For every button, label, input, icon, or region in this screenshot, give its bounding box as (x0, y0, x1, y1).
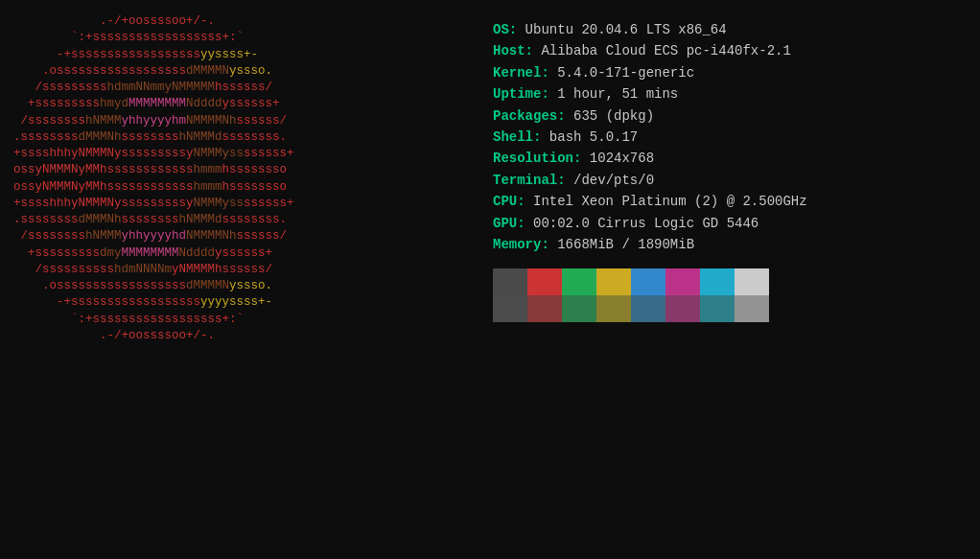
info-key: Uptime: (493, 86, 549, 102)
info-line: Terminal: /dev/pts/0 (493, 170, 967, 191)
color-block-bottom (596, 295, 631, 322)
info-line: Uptime: 1 hour, 51 mins (493, 83, 967, 105)
info-key: Host: (493, 43, 533, 58)
color-swatches (493, 268, 967, 322)
ascii-art-panel: .-/+oossssoo+/-. `:+ssssssssssssssssss+:… (13, 13, 483, 549)
color-block-top (631, 268, 665, 295)
info-val: Alibaba Cloud ECS pc-i440fx-2.1 (533, 43, 791, 58)
info-key: Kernel: (493, 65, 549, 81)
color-block-bottom (493, 295, 527, 322)
info-key: GPU: (493, 216, 525, 231)
info-line: Packages: 635 (dpkg) (493, 105, 967, 127)
info-line: Host: Alibaba Cloud ECS pc-i440fx-2.1 (493, 40, 967, 61)
info-key: Terminal: (493, 173, 566, 188)
color-block-bottom (665, 295, 700, 322)
color-block-top (562, 268, 596, 295)
color-block-bottom (631, 295, 665, 322)
color-block-top (665, 268, 700, 295)
main-content: .-/+oossssoo+/-. `:+ssssssssssssssssss+:… (13, 13, 967, 549)
info-key: Memory: (493, 237, 549, 252)
info-val: /dev/pts/0 (566, 173, 654, 188)
info-val: Ubuntu 20.04.6 LTS x86_64 (517, 22, 726, 37)
info-val: 1 hour, 51 mins (549, 86, 678, 102)
info-line: GPU: 00:02.0 Cirrus Logic GD 5446 (493, 213, 967, 234)
info-val: 635 (dpkg) (566, 108, 654, 124)
terminal-window: .-/+oossssoo+/-. `:+ssssssssssssssssss+:… (0, 0, 980, 559)
info-val: 1668MiB / 1890MiB (549, 237, 694, 252)
info-val: 1024x768 (581, 151, 654, 166)
info-line: Kernel: 5.4.0-171-generic (493, 62, 967, 83)
color-block-bottom (735, 295, 769, 322)
color-block-bottom (562, 295, 596, 322)
info-val: 00:02.0 Cirrus Logic GD 5446 (525, 216, 759, 231)
color-swatch-top (493, 268, 967, 295)
color-block-top (735, 268, 769, 295)
info-key: OS: (493, 22, 517, 37)
color-block-top (527, 268, 562, 295)
color-swatch-bottom (493, 295, 967, 322)
info-panel: OS: Ubuntu 20.04.6 LTS x86_64Host: Aliba… (483, 13, 967, 549)
info-line: OS: Ubuntu 20.04.6 LTS x86_64 (493, 19, 967, 40)
info-val: 5.4.0-171-generic (549, 65, 694, 81)
info-lines: OS: Ubuntu 20.04.6 LTS x86_64Host: Aliba… (493, 19, 967, 255)
info-line: Memory: 1668MiB / 1890MiB (493, 234, 967, 255)
info-key: CPU: (493, 194, 525, 209)
info-line: Shell: bash 5.0.17 (493, 127, 967, 148)
info-line: Resolution: 1024x768 (493, 148, 967, 169)
color-block-bottom (700, 295, 735, 322)
info-line: CPU: Intel Xeon Platinum (2) @ 2.500GHz (493, 191, 967, 212)
neofetch-art: .-/+oossssoo+/-. `:+ssssssssssssssssss+:… (13, 13, 474, 344)
info-val: Intel Xeon Platinum (2) @ 2.500GHz (525, 194, 807, 209)
info-key: Shell: (493, 129, 541, 145)
color-block-top (493, 268, 527, 295)
info-key: Resolution: (493, 151, 581, 166)
color-block-bottom (527, 295, 562, 322)
color-block-top (596, 268, 631, 295)
info-val: bash 5.0.17 (541, 129, 638, 145)
color-block-top (700, 268, 735, 295)
info-key: Packages: (493, 108, 566, 124)
